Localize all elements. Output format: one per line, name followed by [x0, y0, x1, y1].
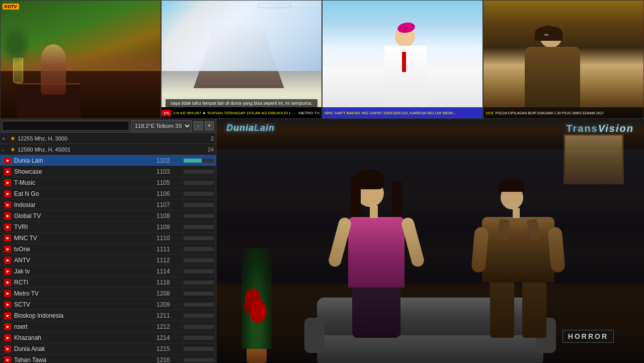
channel-num-11: 1118: [156, 279, 182, 286]
expand-icon-2[interactable]: -: [2, 147, 9, 153]
channel-name-0: Dunia Lain: [14, 157, 156, 164]
channel-icon-1: [4, 168, 11, 175]
channel-icon-6: [4, 224, 11, 231]
channel-num-1: 1103: [156, 168, 182, 175]
channel-bar-8: [184, 247, 214, 251]
channel-bar-9: [184, 258, 214, 262]
channel-row-5[interactable]: Global TV 1108: [0, 210, 216, 222]
channel-row-2[interactable]: T-Music 1105: [0, 177, 216, 188]
channel-num-6: 1109: [156, 224, 182, 231]
right-panel: DuniaLain TransVision HORROR: [216, 119, 644, 363]
left-panel: 118.2°E Telkom 3S - + + ★ 12255 Mhz, H, …: [0, 119, 216, 363]
channel-bar-17: [184, 347, 214, 351]
transponder-row-1[interactable]: + ★ 12255 Mhz, H, 3000 2: [0, 133, 216, 144]
channel-name-15: nsert: [14, 323, 156, 330]
channel-name-4: Indosiar: [14, 201, 156, 208]
channel-row-1[interactable]: Showcase 1103: [0, 166, 216, 177]
channel-bar-10: [184, 269, 214, 273]
channel-row-8[interactable]: tvOne 1111: [0, 244, 216, 255]
channel-icon-8: [4, 246, 11, 253]
channel-row-15[interactable]: nsert 1212: [0, 321, 216, 332]
transponder-2-count: 24: [208, 147, 214, 153]
channel-icon-17: [4, 345, 11, 352]
channel-bar-16: [184, 336, 214, 340]
channel-row-0[interactable]: Dunia Lain 1102: [0, 155, 216, 166]
channel-num-9: 1112: [156, 257, 182, 264]
bottom-section: 118.2°E Telkom 3S - + + ★ 12255 Mhz, H, …: [0, 119, 644, 363]
transponder-row-2[interactable]: - ★ 12580 Mhz, H, 45001 24: [0, 144, 216, 155]
channel-row-12[interactable]: Metro TV 1208: [0, 288, 216, 299]
channel-name-3: Eat N Go: [14, 190, 156, 197]
channel-num-14: 1211: [156, 312, 182, 319]
channel-num-8: 1111: [156, 246, 182, 253]
channel-bar-4: [184, 203, 214, 207]
channel-icon-18: [4, 356, 11, 364]
channel-bar-11: [184, 280, 214, 284]
preview-3-ticker: MNC HAPT BADAK ING DAPAT DIEKSEKUSI, KAR…: [325, 111, 456, 115]
transponder-2-name: 12580 Mhz, H, 45001: [18, 147, 204, 153]
expand-icon-1[interactable]: +: [2, 135, 9, 141]
channel-row-18[interactable]: Tahan Tawa 1216: [0, 354, 216, 363]
channel-row-10[interactable]: Jak tv 1114: [0, 266, 216, 277]
channel-icon-12: [4, 290, 11, 297]
channel-row-16[interactable]: Khazanah 1214: [0, 332, 216, 343]
channel-icon-15: [4, 323, 11, 330]
channel-row-13[interactable]: SCTV 1209: [0, 299, 216, 310]
channel-bar-6: [184, 225, 214, 229]
channel-num-7: 1110: [156, 235, 182, 242]
channel-name-9: ANTV: [14, 257, 156, 264]
star-icon-2: ★: [10, 146, 16, 153]
channel-bar-0: [184, 159, 214, 163]
preview-cell-3[interactable]: MNCTV MNC HAPT BADAK ING DAPAT DIEKSEKUS…: [322, 0, 483, 119]
channel-icon-10: [4, 268, 11, 275]
preview-cell-2[interactable]: Raimat family saya tidak tahu tempat lai…: [161, 0, 322, 119]
preview-cell-1[interactable]: KDTV: [0, 0, 161, 119]
transponder-list: + ★ 12255 Mhz, H, 3000 2 - ★ 12580 Mhz, …: [0, 133, 216, 155]
preview-2-ticker: 1% KE 965,097 ► RUPIAH TERHADAP DOLAR AS…: [174, 111, 295, 115]
main-video[interactable]: DuniaLain TransVision HORROR: [216, 119, 644, 363]
channel-num-12: 1208: [156, 290, 182, 297]
channel-name-8: tvOne: [14, 246, 156, 253]
channel-icon-0: [4, 157, 11, 164]
channel-name-7: MNC TV: [14, 235, 156, 242]
channel-bar-5: [184, 214, 214, 218]
channel-name-1: Showcase: [14, 168, 156, 175]
transponder-1-name: 12255 Mhz, H, 3000: [18, 135, 207, 141]
preview-1-logo: KDTV: [3, 4, 19, 10]
preview-cell-4[interactable]: ANTV R13+ 10:8 POLDA CIPILAGAN BURI SHAS…: [483, 0, 644, 119]
channel-icon-4: [4, 201, 11, 208]
channel-icon-13: [4, 301, 11, 308]
channel-bar-14: [184, 314, 214, 318]
preview-2-subtitle: saya tidak tahu tempat lain di dunia yan…: [166, 99, 317, 107]
plus-button[interactable]: +: [205, 121, 214, 130]
channel-bar-2: [184, 181, 214, 185]
top-preview-row: KDTV Raimat family saya tidak tahu tempa…: [0, 0, 644, 119]
channel-row-14[interactable]: Bioskop Indonesia 1211: [0, 310, 216, 321]
channel-bar-12: [184, 292, 214, 296]
channel-row-9[interactable]: ANTV 1112: [0, 255, 216, 266]
channel-name-5: Global TV: [14, 212, 156, 220]
channel-row-11[interactable]: RCTI 1118: [0, 277, 216, 288]
channel-bar-3: [184, 192, 214, 196]
minus-button[interactable]: -: [194, 121, 203, 130]
channel-name-11: RCTI: [14, 279, 156, 286]
channel-icon-5: [4, 212, 11, 220]
search-input[interactable]: [2, 121, 129, 131]
channel-name-17: Dunia Anak: [14, 345, 156, 352]
horror-badge: HORROR: [562, 330, 614, 343]
channel-icon-3: [4, 190, 11, 197]
satellite-select[interactable]: 118.2°E Telkom 3S: [131, 120, 192, 131]
channel-row-4[interactable]: Indosiar 1107: [0, 199, 216, 210]
channel-name-14: Bioskop Indonesia: [14, 312, 156, 319]
channel-bar-18: [184, 358, 214, 362]
channel-bar-1: [184, 170, 214, 174]
channel-row-17[interactable]: Dunia Anak 1215: [0, 343, 216, 354]
channel-row-3[interactable]: Eat N Go 1106: [0, 188, 216, 199]
channel-num-0: 1102: [156, 157, 182, 164]
channel-row-6[interactable]: TVRI 1109: [0, 222, 216, 233]
channel-icon-11: [4, 279, 11, 286]
channel-name-6: TVRI: [14, 224, 156, 231]
channel-row-7[interactable]: MNC TV 1110: [0, 233, 216, 244]
channel-name-18: Tahan Tawa: [14, 356, 156, 364]
channel-icon-16: [4, 334, 11, 341]
